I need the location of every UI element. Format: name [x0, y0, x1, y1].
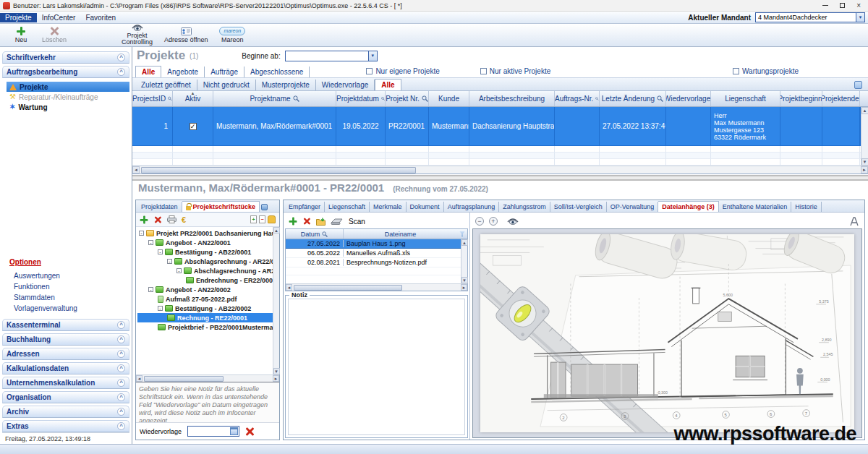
- calendar-icon[interactable]: [230, 427, 238, 435]
- sidebar-item-reparatur[interactable]: ⚒ Reparatur-/Kleinaufträge: [7, 92, 129, 102]
- sidebar-item-wartung[interactable]: ✶ Wartung: [7, 102, 129, 112]
- tab-op-verwaltung[interactable]: OP-Verwaltung: [607, 202, 659, 212]
- sidebar-panel-kalkulationsdaten[interactable]: Kalkulationsdaten^: [2, 362, 129, 374]
- scroll-up-icon[interactable]: ▲: [861, 107, 868, 114]
- printer-icon[interactable]: [167, 215, 176, 223]
- mareon-button[interactable]: mareon Mareon: [213, 24, 251, 46]
- tree-item-abschlagsrechnung1[interactable]: -Abschlagsrechnung - AR22/0001: [137, 257, 273, 266]
- table-hscrollbar[interactable]: ◄ ►: [132, 166, 868, 174]
- tree-vscrollbar[interactable]: ▲ ▼: [273, 227, 279, 374]
- col-projektdatum[interactable]: Projektdatum: [336, 91, 386, 106]
- file-row-notizen[interactable]: 02.08.2021Besprechnungs-Notizen.pdf: [286, 258, 461, 267]
- tree-hscrollbar[interactable]: ◄ ►: [136, 374, 279, 382]
- menu-infocenter[interactable]: InfoCenter: [37, 13, 81, 22]
- loeschen-button[interactable]: Löschen: [36, 24, 72, 46]
- sidebar-panel-auftragsbearbeitung[interactable]: Auftragsbearbeitung^: [2, 66, 129, 78]
- tree-item-bestaetigung1[interactable]: -Bestätigung - AB22/0001: [137, 247, 273, 257]
- add-file-icon[interactable]: [289, 218, 297, 226]
- scroll-up-icon[interactable]: ▲: [273, 227, 280, 234]
- table-row[interactable]: [132, 146, 861, 153]
- checkbox-icon[interactable]: [366, 68, 373, 74]
- neu-button[interactable]: Neu: [6, 24, 36, 46]
- sidebar-item-auswertungen[interactable]: Auswertungen: [9, 270, 129, 281]
- tab-soll-ist[interactable]: Soll/Ist-Vergleich: [550, 202, 607, 212]
- chevron-down-icon[interactable]: ▼: [368, 51, 377, 61]
- collapse-icon[interactable]: -: [158, 249, 163, 254]
- scroll-thumb[interactable]: [294, 285, 402, 291]
- zoom-out-icon[interactable]: −: [475, 217, 484, 226]
- close-icon[interactable]: ×: [856, 2, 861, 9]
- delete-document-icon[interactable]: [154, 216, 161, 223]
- aktiv-checkbox[interactable]: ✓: [190, 123, 197, 130]
- file-row-aufmass[interactable]: 06.05.2022Manuelles Aufmaß.xls: [286, 249, 461, 258]
- tab-auftraege[interactable]: Aufträge: [205, 67, 244, 77]
- files-hscrollbar[interactable]: ◄ ►: [286, 283, 467, 291]
- tab-projektschriftstuecke[interactable]: Projektschriftstücke: [182, 201, 260, 212]
- sidebar-item-stammdaten[interactable]: Stammdaten: [9, 292, 129, 303]
- collapse-icon[interactable]: -: [148, 240, 153, 245]
- scroll-right-icon[interactable]: ►: [273, 375, 279, 382]
- table-row[interactable]: [132, 153, 861, 159]
- adresse-oeffnen-button[interactable]: Adresse öffnen: [158, 24, 213, 46]
- scroll-left-icon[interactable]: ◄: [286, 284, 292, 291]
- scroll-right-icon[interactable]: ►: [461, 284, 467, 291]
- scroll-left-icon[interactable]: ◄: [136, 375, 142, 382]
- tab-abgeschlossene[interactable]: Abgeschlossene: [244, 67, 310, 77]
- add-document-icon[interactable]: [140, 215, 148, 223]
- files-vscrollbar[interactable]: ▲ ▼: [461, 239, 467, 283]
- import-folder-icon[interactable]: [316, 218, 326, 226]
- tab-projektdaten[interactable]: Projektdaten: [137, 202, 182, 212]
- sidebar-panel-kassenterminal[interactable]: Kassenterminal^: [2, 319, 129, 331]
- tree-item-rechnung-selected[interactable]: Rechnung - RE22/0001: [137, 313, 273, 322]
- maximize-icon[interactable]: [840, 3, 845, 8]
- checkbox-nur-aktive[interactable]: Nur aktive Projekte: [480, 67, 550, 77]
- col-auftrags-nr[interactable]: Auftrags-Nr.: [555, 91, 600, 106]
- sidebar-item-vorlagenverwaltung[interactable]: Vorlagenverwaltung: [9, 303, 129, 314]
- scroll-right-icon[interactable]: ►: [861, 166, 868, 174]
- col-projektbeginn[interactable]: Projektbeginn: [780, 91, 822, 106]
- wiedervorlage-date-input[interactable]: [187, 426, 239, 437]
- minimize-icon[interactable]: [822, 5, 828, 6]
- tree-item-projekt[interactable]: -Projekt PR22/0001 Dachsanierung Hauptst…: [137, 228, 273, 238]
- projekt-controlling-button[interactable]: Projekt Controlling: [116, 24, 158, 46]
- preview-area[interactable]: 5,375 2,890 2,545 0,000 5,600 -0,300: [472, 228, 862, 438]
- col-liegenschaft[interactable]: Liegenschaft: [711, 91, 780, 106]
- scroll-thumb[interactable]: [144, 376, 224, 382]
- eye-icon[interactable]: [507, 218, 519, 225]
- col-projektname[interactable]: Projektname: [213, 91, 336, 106]
- checkbox-icon[interactable]: [480, 68, 487, 74]
- sidebar-item-funktionen[interactable]: Funktionen: [9, 281, 129, 292]
- collapse-icon[interactable]: -: [176, 268, 182, 273]
- tree-item-endrechnung[interactable]: Endrechnung - ER22/0001: [137, 275, 273, 285]
- collapse-icon[interactable]: -: [158, 306, 163, 311]
- col-projectsid[interactable]: ProjectsID: [132, 91, 173, 106]
- scroll-left-icon[interactable]: ◄: [132, 166, 140, 174]
- beginne-ab-select[interactable]: ▼: [285, 51, 378, 61]
- tab-enthaltene-materialien[interactable]: Enthaltene Materialien: [719, 202, 792, 212]
- tab-wiedervorlage[interactable]: Wiedervorlage: [316, 80, 375, 90]
- tree-item-bestaetigung2[interactable]: -Bestätigung - AB22/0002: [137, 304, 273, 313]
- notiz-textarea[interactable]: [288, 299, 465, 435]
- tab-alle[interactable]: Alle: [135, 66, 161, 77]
- scroll-thumb[interactable]: [141, 167, 416, 174]
- splitter-handle[interactable]: [132, 175, 868, 181]
- checkbox-wartungsprojekte[interactable]: Wartungsprojekte: [733, 67, 799, 77]
- collapse-icon[interactable]: -: [167, 259, 172, 264]
- tree-item-angebot1[interactable]: -Angebot - AN22/0001: [137, 238, 273, 247]
- tab-dateianhaenge[interactable]: Dateianhänge (3): [658, 201, 719, 212]
- col-letzte-aenderung[interactable]: Letzte Änderung: [600, 91, 666, 106]
- info-tab-icon[interactable]: [261, 204, 268, 210]
- expand-all-icon[interactable]: +: [250, 215, 257, 223]
- tab-alle-views[interactable]: Alle: [375, 79, 401, 90]
- euro-icon[interactable]: €: [182, 215, 186, 224]
- table-row[interactable]: [132, 159, 861, 166]
- collapse-icon[interactable]: -: [139, 231, 144, 236]
- col-arbeitsbeschreibung[interactable]: Arbeitsbeschreibung: [469, 91, 555, 106]
- tab-merkmale[interactable]: Merkmale: [370, 202, 407, 212]
- col-projekt-nr[interactable]: Projekt Nr.: [386, 91, 429, 106]
- tab-historie[interactable]: Historie: [791, 202, 822, 212]
- scroll-down-icon[interactable]: ▼: [861, 158, 868, 166]
- checkbox-nur-eigene[interactable]: Nur eigene Projekte: [366, 67, 439, 77]
- scroll-down-icon[interactable]: ▼: [273, 368, 280, 374]
- tab-angebote[interactable]: Angebote: [161, 67, 205, 77]
